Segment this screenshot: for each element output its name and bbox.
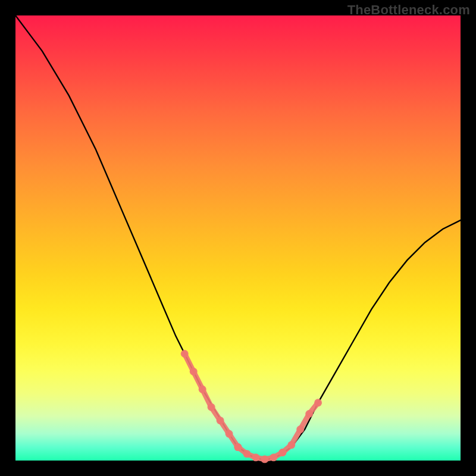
svg-point-9 [252, 453, 259, 461]
svg-point-7 [234, 443, 242, 451]
bottleneck-curve [15, 15, 461, 461]
svg-point-5 [226, 430, 233, 438]
svg-point-13 [278, 449, 286, 456]
highlight-segment-bottom [234, 443, 287, 463]
svg-point-10 [261, 455, 268, 463]
svg-point-1 [190, 368, 198, 375]
svg-point-0 [181, 350, 189, 358]
svg-point-15 [296, 425, 304, 433]
svg-point-2 [199, 386, 206, 393]
svg-point-17 [314, 399, 322, 406]
chart-svg [15, 15, 461, 461]
svg-point-11 [270, 453, 277, 461]
highlight-segment-right [278, 399, 322, 456]
svg-point-3 [208, 403, 215, 411]
highlight-segment-left [181, 350, 242, 451]
svg-point-16 [305, 410, 313, 418]
svg-point-4 [217, 416, 224, 424]
svg-point-14 [287, 441, 295, 449]
svg-point-8 [243, 450, 251, 458]
